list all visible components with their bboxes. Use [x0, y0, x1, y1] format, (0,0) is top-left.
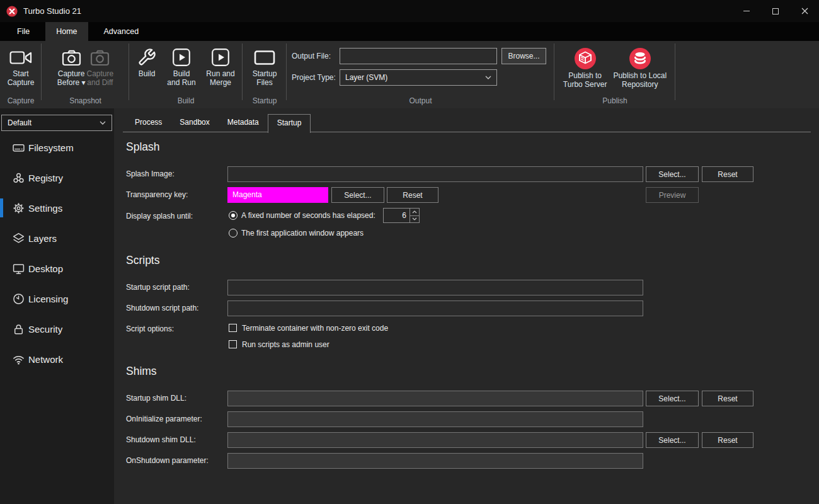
stepper-up-button[interactable] — [410, 209, 419, 216]
shutdown-script-row: Shutdown script path: — [114, 301, 819, 316]
window-title: Turbo Studio 21 — [23, 6, 81, 16]
startup-shim-select-button[interactable]: Select... — [646, 391, 699, 406]
active-indicator — [0, 198, 3, 217]
publish-to-local-repository-button[interactable]: Publish to Local Repository — [613, 44, 667, 95]
sidebar-item-network[interactable]: Network — [0, 344, 114, 374]
titlebar: Turbo Studio 21 — [0, 0, 819, 22]
chevron-up-icon — [412, 210, 417, 214]
tab-metadata[interactable]: Metadata — [219, 115, 268, 132]
chevron-down-icon — [412, 217, 417, 220]
tab-startup[interactable]: Startup — [268, 114, 311, 133]
sidebar-item-settings[interactable]: Settings — [0, 193, 114, 223]
clock-icon — [13, 293, 25, 305]
sidebar-item-licensing[interactable]: Licensing — [0, 284, 114, 314]
oninitialize-input[interactable] — [227, 411, 643, 427]
group-label-startup: Startup — [243, 95, 287, 108]
start-capture-button[interactable]: Start Capture — [8, 44, 35, 95]
app-logo-icon — [6, 6, 18, 17]
tab-sandbox[interactable]: Sandbox — [171, 115, 218, 132]
splash-image-input[interactable] — [227, 166, 643, 182]
startup-shim-row: Startup shim DLL: Select... Reset — [114, 391, 819, 406]
minimize-icon — [743, 11, 750, 11]
run-admin-row: Run scripts as admin user — [114, 338, 819, 352]
script-options-label: Script options: — [126, 321, 174, 337]
content-tabbar: Process Sandbox Metadata Startup — [123, 108, 811, 132]
close-icon — [801, 8, 808, 14]
transparency-reset-button[interactable]: Reset — [387, 187, 438, 203]
startup-shim-reset-button[interactable]: Reset — [702, 391, 753, 406]
close-button[interactable] — [790, 0, 819, 22]
project-type-select[interactable]: Layer (SVM) — [340, 69, 497, 86]
splash-image-select-button[interactable]: Select... — [646, 166, 699, 182]
chevron-down-icon — [100, 121, 106, 125]
menubar: File Home Advanced — [0, 22, 819, 41]
shims-heading: Shims — [126, 365, 157, 379]
gear-icon — [13, 202, 25, 214]
sidebar-item-desktop[interactable]: Desktop — [0, 253, 114, 284]
oninitialize-label: OnInitialize parameter: — [126, 411, 202, 427]
registry-hive-icon — [13, 172, 25, 184]
display-until-label: Display splash until: — [126, 209, 193, 224]
build-button[interactable]: Build — [132, 44, 162, 95]
startup-script-label: Startup script path: — [126, 280, 190, 295]
shutdown-shim-label: Shutdown shim DLL: — [126, 432, 196, 448]
menu-tab-file[interactable]: File — [6, 22, 40, 41]
splash-image-row: Splash Image: Select... Reset — [114, 166, 819, 182]
terminate-container-checkbox[interactable] — [229, 324, 237, 332]
output-file-input[interactable] — [340, 48, 497, 64]
shutdown-shim-reset-button[interactable]: Reset — [702, 432, 753, 448]
drive-icon — [13, 142, 25, 154]
splash-heading: Splash — [126, 140, 160, 154]
run-and-merge-button[interactable]: Run and Merge — [201, 44, 240, 95]
stepper-down-button[interactable] — [410, 216, 419, 223]
oninitialize-row: OnInitialize parameter: — [114, 411, 819, 427]
transparency-color-swatch: Magenta — [227, 187, 328, 203]
run-as-admin-checkbox[interactable] — [229, 340, 237, 348]
ribbon-group-startup: Startup Files Startup — [243, 41, 287, 108]
startup-script-row: Startup script path: — [114, 280, 819, 295]
menu-tab-home[interactable]: Home — [45, 22, 88, 41]
shutdown-shim-row: Shutdown shim DLL: Select... Reset — [114, 432, 819, 448]
sidebar: Default Filesystem — [0, 108, 114, 504]
group-label-snapshot: Snapshot — [42, 95, 129, 108]
startup-shim-input[interactable] — [227, 391, 643, 406]
build-and-run-button[interactable]: Build and Run — [163, 44, 200, 95]
shutdown-shim-input[interactable] — [227, 432, 643, 448]
transparency-key-row: Transparency key: Magenta Select... Rese… — [114, 187, 819, 203]
startup-shim-label: Startup shim DLL: — [126, 391, 186, 406]
minimize-button[interactable] — [732, 0, 761, 22]
capture-before-button[interactable]: Capture Before ▾ — [57, 44, 86, 95]
seconds-stepper[interactable]: 6 — [383, 208, 420, 223]
play-square-icon — [172, 45, 191, 69]
content-panel: Process Sandbox Metadata Startup Splash … — [114, 108, 819, 504]
sidebar-item-registry[interactable]: Registry — [0, 163, 114, 193]
project-type-label: Project Type: — [292, 73, 340, 82]
profile-select[interactable]: Default — [1, 115, 112, 131]
chevron-down-icon — [485, 76, 491, 79]
camera-icon — [62, 45, 81, 69]
startup-script-input[interactable] — [227, 280, 643, 295]
radio-fixed-seconds-label: A fixed number of seconds has elapsed: — [241, 209, 375, 223]
shutdown-script-input[interactable] — [227, 301, 643, 316]
menu-tab-advanced[interactable]: Advanced — [93, 22, 150, 41]
seconds-value: 6 — [384, 209, 410, 222]
tab-process[interactable]: Process — [126, 115, 171, 132]
browse-button[interactable]: Browse... — [501, 48, 546, 64]
terminate-container-label: Terminate container with non-zero exit c… — [242, 321, 388, 336]
sidebar-item-layers[interactable]: Layers — [0, 223, 114, 253]
sidebar-item-security[interactable]: Security — [0, 314, 114, 344]
radio-fixed-seconds[interactable] — [229, 211, 238, 220]
shutdown-script-label: Shutdown script path: — [126, 301, 198, 316]
onshutdown-input[interactable] — [227, 453, 643, 469]
ribbon-group-build: Build Build and Run — [129, 41, 243, 108]
splash-image-reset-button[interactable]: Reset — [702, 166, 753, 182]
transparency-select-button[interactable]: Select... — [331, 187, 384, 203]
capture-and-diff-button[interactable]: Capture and Diff — [87, 44, 114, 95]
sidebar-item-filesystem[interactable]: Filesystem — [0, 132, 114, 163]
publish-to-turbo-server-button[interactable]: Publish to Turbo Server — [563, 44, 607, 95]
radio-first-window[interactable] — [229, 229, 238, 238]
preview-button[interactable]: Preview — [646, 187, 699, 203]
startup-files-button[interactable]: Startup Files — [253, 44, 277, 95]
maximize-button[interactable] — [761, 0, 790, 22]
shutdown-shim-select-button[interactable]: Select... — [646, 432, 699, 448]
